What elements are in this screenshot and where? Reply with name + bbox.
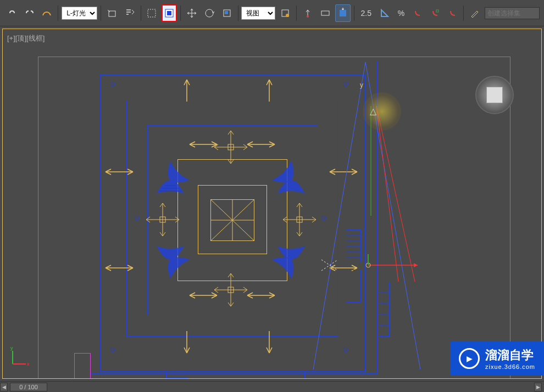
svg-rect-1: [148, 9, 156, 17]
svg-point-8: [286, 14, 289, 17]
frame-indicator[interactable]: 0 / 100: [10, 383, 47, 391]
snap-3d-icon[interactable]: [410, 4, 425, 22]
separator: [141, 5, 141, 21]
watermark-title: 溜溜自学: [485, 347, 535, 363]
wire-strip: [166, 372, 188, 378]
viewcube-face[interactable]: [486, 87, 503, 103]
svg-point-9: [307, 15, 309, 18]
axis-label-y: y: [360, 81, 363, 89]
camera-icon: △: [370, 106, 376, 116]
reference-coord-dropdown[interactable]: 视图: [241, 7, 275, 20]
watermark-subtitle: zixue.3d66.com: [485, 363, 535, 370]
svg-rect-11: [340, 10, 346, 16]
separator: [58, 5, 58, 21]
timeline-bar: ◀ 0 / 100 ▶: [0, 381, 544, 392]
svg-point-4: [206, 9, 213, 17]
separator: [101, 5, 101, 21]
window-crossing-icon[interactable]: [162, 4, 177, 22]
svg-rect-3: [167, 11, 171, 15]
svg-rect-10: [321, 11, 329, 15]
svg-line-46: [313, 62, 365, 369]
named-selection-input[interactable]: [485, 7, 540, 19]
snap-toggle-icon[interactable]: [335, 4, 351, 22]
separator: [463, 5, 464, 21]
main-toolbar: L-灯光 视图 2.5 %: [0, 0, 544, 26]
separator: [296, 5, 297, 21]
axis-tripod: y x: [8, 346, 30, 368]
edit-named-icon[interactable]: [467, 4, 482, 22]
play-icon: [459, 348, 480, 369]
separator: [238, 5, 238, 21]
anchor-circle: [110, 82, 115, 86]
scale-icon[interactable]: [219, 4, 235, 22]
link-icon[interactable]: [4, 4, 20, 22]
camera-highlight-glow: [363, 92, 401, 131]
scroll-left-button[interactable]: ◀: [0, 383, 8, 391]
scroll-right-button[interactable]: ▶: [534, 383, 542, 391]
separator: [354, 5, 354, 21]
viewport-container: [+][顶][线框]: [0, 26, 544, 381]
svg-rect-6: [225, 11, 228, 14]
shelf-lines: [379, 282, 390, 337]
spinner-value: 2.5: [357, 9, 374, 18]
bind-icon[interactable]: [40, 4, 55, 22]
snap-options-icon[interactable]: [445, 4, 460, 22]
select-by-name-icon[interactable]: [122, 4, 137, 22]
watermark-badge: 溜溜自学 zixue.3d66.com: [450, 341, 544, 376]
manipulate-icon[interactable]: [300, 4, 315, 22]
svg-text:x: x: [27, 361, 30, 367]
svg-rect-12: [436, 10, 438, 12]
svg-text:y: y: [10, 346, 13, 351]
anchor-circle: [110, 348, 115, 352]
angle-snap-icon[interactable]: [377, 4, 392, 22]
wire-strip: [208, 372, 305, 378]
viewport-top-wireframe[interactable]: [+][顶][线框]: [2, 29, 542, 379]
scene: △ y y x: [3, 29, 541, 378]
keyboard-shortcut-icon[interactable]: [318, 4, 333, 22]
selection-filter-dropdown[interactable]: L-灯光: [62, 7, 97, 20]
viewcube[interactable]: [475, 76, 514, 114]
center-x-icon: [210, 199, 254, 241]
move-icon[interactable]: [184, 4, 199, 22]
move-gizmo[interactable]: [321, 254, 420, 276]
select-object-icon[interactable]: [104, 4, 120, 22]
svg-marker-56: [414, 263, 418, 267]
rotate-icon[interactable]: [202, 4, 217, 22]
separator: [180, 5, 181, 21]
unlink-icon[interactable]: [22, 4, 37, 22]
rect-select-icon[interactable]: [144, 4, 159, 22]
pivot-icon[interactable]: [277, 4, 293, 22]
furniture-wire: [74, 353, 91, 378]
percent-label: %: [395, 9, 408, 18]
snap-2d-icon[interactable]: [428, 4, 443, 22]
